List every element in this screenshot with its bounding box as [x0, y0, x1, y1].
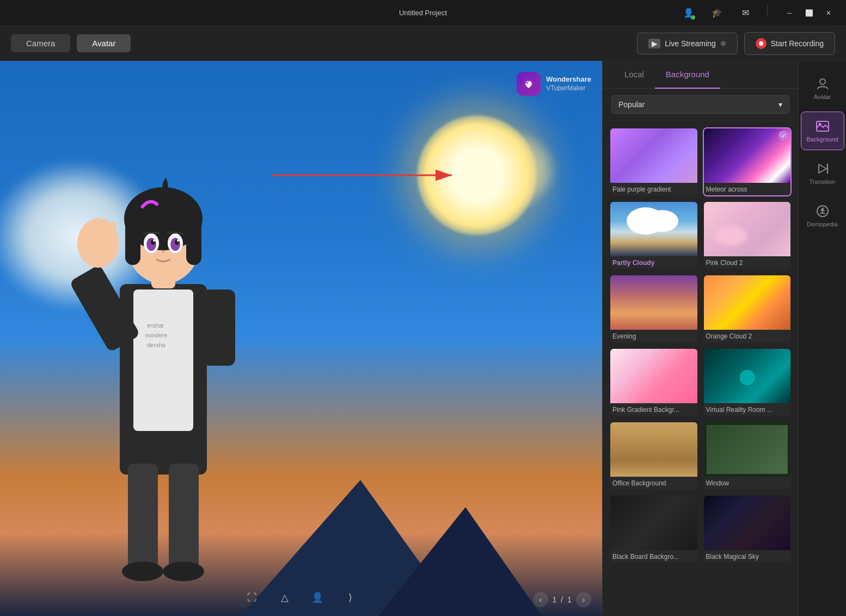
profile-icon[interactable]: 👤: [680, 4, 697, 22]
right-panel: Local Background Popular ▾ Pale purple g…: [602, 61, 798, 616]
bg-label-meteor: Meteor across: [704, 183, 791, 195]
mail-icon[interactable]: ✉: [737, 4, 754, 22]
bg-item-vr-room[interactable]: Virtual Reality Room ...: [703, 348, 792, 417]
avatar-character: ershar nondere dersha: [71, 159, 256, 583]
page-current: 1: [553, 595, 557, 604]
svg-point-30: [163, 562, 204, 581]
close-button[interactable]: ✕: [820, 4, 837, 22]
svg-rect-13: [109, 221, 116, 239]
toolbar: Camera Avatar ▶ Live Streaming ⊕ Start R…: [0, 26, 846, 61]
svg-point-26: [177, 239, 179, 242]
bg-item-black-magical-sky[interactable]: Black Magical Sky: [703, 495, 792, 564]
expand-button[interactable]: ⛶: [242, 588, 262, 607]
pagination: ‹ 1 / 1 ›: [533, 592, 591, 607]
svg-rect-27: [128, 464, 158, 572]
record-icon: [756, 38, 767, 49]
moon: [417, 115, 537, 235]
bg-thumb-window: [704, 422, 791, 477]
svg-text:nondere: nondere: [145, 332, 167, 338]
main-content: Wondershare VTuberMaker ershar nondere d…: [0, 61, 846, 616]
transition-icon: [815, 161, 830, 176]
next-page-button[interactable]: ›: [576, 592, 591, 607]
svg-point-33: [820, 79, 825, 84]
person-button[interactable]: 👤: [308, 588, 327, 607]
demopedia-icon: [815, 204, 830, 219]
bg-thumb-pink-cloud: [704, 202, 791, 256]
bg-thumb-evening: [610, 275, 697, 330]
bg-label-evening: Evening: [610, 330, 697, 342]
bg-item-blackboard[interactable]: Black Board Backgro...: [609, 495, 698, 564]
bg-thumb-office: [610, 422, 697, 477]
logo-overlay: Wondershare VTuberMaker: [517, 72, 591, 96]
svg-rect-11: [94, 218, 100, 239]
page-separator: /: [561, 595, 563, 604]
bg-item-evening[interactable]: Evening: [609, 274, 698, 343]
svg-point-25: [153, 239, 155, 242]
sidebar-background-label: Background: [806, 136, 838, 143]
svg-rect-8: [203, 289, 235, 366]
bg-label-orange-cloud: Orange Cloud 2: [704, 330, 791, 342]
svg-rect-12: [102, 219, 108, 239]
svg-rect-17: [125, 216, 140, 265]
titlebar-icons: 👤 🎓 ✉ ─ ⬜ ✕: [680, 4, 837, 22]
filter-row: Popular ▾: [603, 89, 798, 121]
tab-background[interactable]: Background: [655, 61, 720, 89]
bg-item-pink-cloud-2[interactable]: Pink Cloud 2: [703, 201, 792, 270]
bg-label-office: Office Background: [610, 477, 697, 489]
livestream-icon: ▶: [648, 39, 660, 48]
canvas-toolbar: ⛶ △ 👤 ⟩: [242, 588, 360, 607]
bg-label-pale-purple: Pale purple gradient: [610, 183, 697, 195]
bg-label-vr-room: Virtual Reality Room ...: [704, 403, 791, 416]
sidebar-item-background[interactable]: Background: [801, 112, 844, 150]
live-streaming-button[interactable]: ▶ Live Streaming ⊕: [637, 33, 737, 54]
background-grid: Pale purple gradient ✓ Meteor across Par…: [603, 121, 798, 616]
minimize-button[interactable]: ─: [781, 4, 798, 22]
start-recording-button[interactable]: Start Recording: [744, 32, 835, 55]
canvas-area: Wondershare VTuberMaker ershar nondere d…: [0, 61, 602, 616]
selected-check-icon: ✓: [778, 131, 788, 140]
maximize-button[interactable]: ⬜: [800, 4, 818, 22]
svg-rect-18: [186, 216, 201, 265]
page-total: 1: [567, 595, 572, 604]
tab-local[interactable]: Local: [614, 61, 655, 89]
avatar-icon: [815, 76, 830, 91]
hat-icon[interactable]: 🎓: [708, 4, 726, 22]
scene-button[interactable]: △: [275, 588, 295, 607]
svg-text:ershar: ershar: [147, 322, 164, 329]
pointer-button[interactable]: ⟩: [340, 588, 360, 607]
bg-label-pink-gradient: Pink Gradient Backgr...: [610, 403, 697, 416]
bg-item-pale-purple-gradient[interactable]: Pale purple gradient: [609, 127, 698, 196]
bg-thumb-partly-cloudy: [610, 202, 697, 256]
svg-point-1: [526, 82, 528, 84]
bg-item-orange-cloud-2[interactable]: Orange Cloud 2: [703, 274, 792, 343]
avatar-tab[interactable]: Avatar: [77, 34, 131, 52]
sidebar-demopedia-label: Demopedia: [807, 221, 837, 228]
sidebar-item-avatar[interactable]: Avatar: [801, 70, 844, 107]
prev-page-button[interactable]: ‹: [533, 592, 548, 607]
bg-thumb-black-magical-sky: [704, 496, 791, 550]
camera-tab[interactable]: Camera: [11, 34, 70, 52]
bg-item-pink-gradient[interactable]: Pink Gradient Backgr...: [609, 348, 698, 417]
bg-item-partly-cloudy[interactable]: Partly Cloudy: [609, 201, 698, 270]
window-controls: ─ ⬜ ✕: [781, 4, 837, 22]
bg-label-window: Window: [704, 477, 791, 489]
bg-item-window[interactable]: Window: [703, 421, 792, 490]
app-logo-icon: [517, 72, 541, 96]
bg-thumb-pale-purple: [610, 128, 697, 183]
svg-text:dersha: dersha: [147, 342, 166, 348]
sidebar-item-transition[interactable]: Transition: [801, 155, 844, 192]
filter-select[interactable]: Popular ▾: [611, 95, 789, 114]
bg-item-office-background[interactable]: Office Background: [609, 421, 698, 490]
logo-text: Wondershare VTuberMaker: [546, 75, 591, 93]
far-right-sidebar: Avatar Background Transition: [798, 61, 846, 616]
bg-label-black-magical-sky: Black Magical Sky: [704, 550, 791, 563]
panel-tabs: Local Background: [603, 61, 798, 89]
bg-thumb-vr-room: [704, 349, 791, 403]
bg-item-meteor-across[interactable]: ✓ Meteor across: [703, 127, 792, 196]
svg-rect-28: [169, 464, 199, 572]
sidebar-item-demopedia[interactable]: Demopedia: [801, 197, 844, 235]
bg-thumb-meteor: [704, 128, 791, 183]
bg-thumb-pink-gradient: [610, 349, 697, 403]
bg-thumb-blackboard: [610, 496, 697, 550]
bg-label-partly-cloudy: Partly Cloudy: [610, 256, 697, 269]
